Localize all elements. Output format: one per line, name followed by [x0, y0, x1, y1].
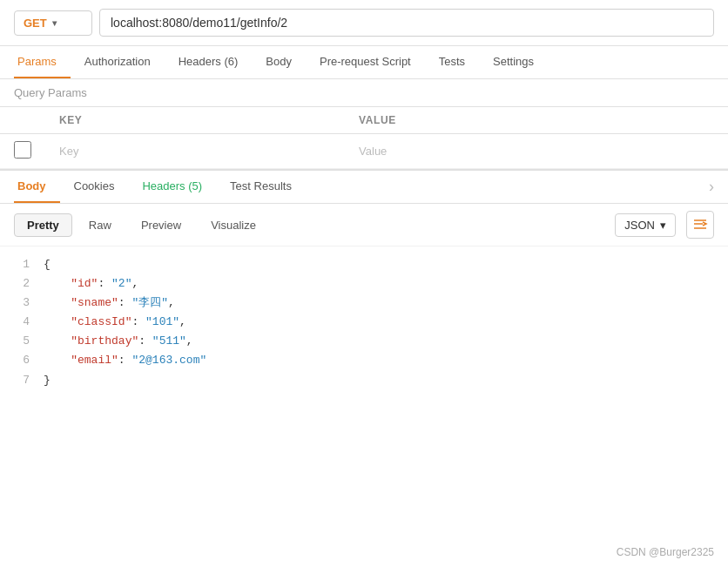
json-val-email: "2@163.com" — [131, 354, 206, 367]
code-content-2: "id": "2", — [44, 274, 728, 294]
query-params-label: Query Params — [14, 86, 87, 99]
code-content-5: "birthday": "511", — [44, 332, 728, 351]
checkbox-col-header — [0, 107, 45, 134]
tab-prerequest[interactable]: Pre-request Script — [306, 46, 425, 78]
wrap-icon — [692, 217, 708, 233]
json-code-area: 1 { 2 "id": "2", 3 "sname": "李四", 4 "cla… — [0, 246, 728, 399]
value-cell[interactable]: Value — [345, 134, 728, 169]
code-line-3: 3 "sname": "李四", — [0, 294, 728, 313]
wrap-button[interactable] — [686, 211, 714, 239]
code-line-2: 2 "id": "2", — [0, 274, 728, 294]
tab-headers[interactable]: Headers (6) — [165, 46, 253, 78]
table-row: Key Value — [0, 134, 728, 169]
code-content-4: "classId": "101", — [44, 313, 728, 332]
format-selector[interactable]: JSON ▾ — [615, 213, 676, 237]
code-content-6: "email": "2@163.com" — [44, 351, 728, 370]
json-key-email: "email" — [71, 354, 118, 367]
tab-settings[interactable]: Settings — [479, 46, 548, 78]
raw-btn[interactable]: Raw — [76, 213, 125, 237]
json-key-sname: "sname" — [71, 296, 118, 309]
method-text: GET — [24, 17, 47, 30]
preview-btn[interactable]: Preview — [128, 213, 194, 237]
tab-params[interactable]: Params — [14, 46, 71, 78]
checkbox-cell[interactable] — [0, 134, 45, 169]
key-cell[interactable]: Key — [45, 134, 345, 169]
tab-body[interactable]: Body — [252, 46, 306, 78]
line-num-5: 5 — [0, 332, 44, 351]
code-line-1: 1 { — [0, 255, 728, 274]
more-icon[interactable]: › — [709, 178, 714, 196]
format-chevron-icon: ▾ — [660, 219, 666, 232]
json-val-id: "2" — [111, 277, 131, 290]
tab-response-cookies[interactable]: Cookies — [60, 171, 129, 203]
line-num-7: 7 — [0, 371, 44, 390]
params-table: KEY VALUE Key Value — [0, 107, 728, 169]
format-label: JSON — [624, 219, 655, 232]
json-key-id: "id" — [71, 277, 98, 290]
key-col-header: KEY — [45, 107, 345, 134]
row-checkbox[interactable] — [14, 141, 31, 159]
json-val-classid: "101" — [145, 315, 179, 328]
url-input[interactable] — [99, 9, 714, 37]
method-selector[interactable]: GET ▾ — [14, 10, 92, 36]
query-params-header: Query Params — [0, 79, 728, 107]
chevron-down-icon: ▾ — [52, 18, 57, 28]
line-num-2: 2 — [0, 274, 44, 294]
line-num-1: 1 — [0, 255, 44, 274]
line-num-3: 3 — [0, 294, 44, 313]
line-num-6: 6 — [0, 351, 44, 370]
tab-tests[interactable]: Tests — [425, 46, 479, 78]
response-section: Body Cookies Headers (5) Test Results › … — [0, 169, 728, 399]
json-key-classid: "classId" — [71, 315, 131, 328]
json-key-birthday: "birthday" — [71, 334, 138, 348]
brace-open: { — [44, 255, 728, 274]
line-num-4: 4 — [0, 313, 44, 332]
code-line-6: 6 "email": "2@163.com" — [0, 351, 728, 370]
tab-response-headers[interactable]: Headers (5) — [128, 171, 216, 203]
json-val-birthday: "511" — [152, 334, 186, 348]
pretty-btn[interactable]: Pretty — [14, 213, 72, 237]
request-tabs: Params Authorization Headers (6) Body Pr… — [0, 46, 728, 79]
brace-close: } — [44, 371, 728, 390]
tab-response-testresults[interactable]: Test Results — [216, 171, 306, 203]
code-line-4: 4 "classId": "101", — [0, 313, 728, 332]
visualize-btn[interactable]: Visualize — [198, 213, 269, 237]
tab-authorization[interactable]: Authorization — [71, 46, 165, 78]
tab-response-body[interactable]: Body — [14, 171, 60, 203]
code-line-5: 5 "birthday": "511", — [0, 332, 728, 351]
code-line-7: 7 } — [0, 371, 728, 390]
view-options-bar: Pretty Raw Preview Visualize JSON ▾ — [0, 204, 728, 246]
value-col-header: VALUE — [345, 107, 728, 134]
code-content-3: "sname": "李四", — [44, 294, 728, 313]
json-val-sname: "李四" — [131, 296, 168, 309]
url-bar: GET ▾ — [0, 0, 728, 46]
response-tabs: Body Cookies Headers (5) Test Results › — [0, 171, 728, 204]
